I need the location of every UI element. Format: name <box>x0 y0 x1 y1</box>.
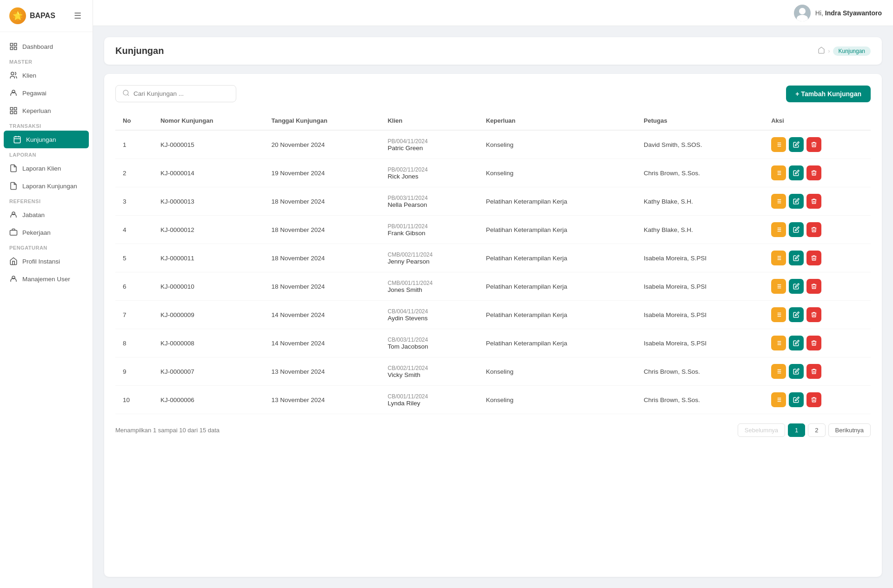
detail-button[interactable] <box>771 137 786 152</box>
edit-button[interactable] <box>789 165 804 180</box>
cell-klien: PB/003/11/2024 Nella Pearson <box>380 187 478 216</box>
client-name: Aydin Stevens <box>387 315 471 322</box>
detail-button[interactable] <box>771 222 786 237</box>
search-box[interactable] <box>115 85 236 102</box>
svg-rect-3 <box>14 47 17 50</box>
delete-button[interactable] <box>806 194 821 209</box>
detail-button[interactable] <box>771 194 786 209</box>
delete-button[interactable] <box>806 392 821 407</box>
cell-keperluan: Pelatihan Keterampilan Kerja <box>479 329 636 357</box>
top-header: Hi, Indra Styawantoro <box>93 0 893 26</box>
client-name: Frank Gibson <box>387 230 471 237</box>
cell-no: 6 <box>115 272 153 301</box>
next-page-button[interactable]: Berikutnya <box>828 423 871 437</box>
cell-klien: CB/003/11/2024 Tom Jacobson <box>380 329 478 357</box>
edit-button[interactable] <box>789 364 804 379</box>
delete-button[interactable] <box>806 307 821 322</box>
cell-keperluan: Pelatihan Keterampilan Kerja <box>479 244 636 272</box>
add-kunjungan-button[interactable]: + Tambah Kunjungan <box>786 86 871 102</box>
sidebar-item-profil-instansi[interactable]: Profil Instansi <box>0 252 93 270</box>
page-1-button[interactable]: 1 <box>788 423 805 437</box>
kunjungan-icon <box>13 135 21 144</box>
cell-tanggal: 13 November 2024 <box>264 386 380 414</box>
sidebar-item-dashboard[interactable]: Dashboard <box>0 38 93 55</box>
edit-button[interactable] <box>789 137 804 152</box>
delete-button[interactable] <box>806 251 821 265</box>
detail-button[interactable] <box>771 392 786 407</box>
pagination-bar: Menampilkan 1 sampai 10 dari 15 data Seb… <box>115 423 871 437</box>
hamburger-button[interactable]: ☰ <box>72 9 83 23</box>
detail-button[interactable] <box>771 336 786 350</box>
cell-keperluan: Pelatihan Keterampilan Kerja <box>479 272 636 301</box>
sidebar-item-laporan-kunjungan[interactable]: Laporan Kunjungan <box>0 177 93 195</box>
cell-tanggal: 14 November 2024 <box>264 329 380 357</box>
client-code: CB/001/11/2024 <box>387 393 471 400</box>
cell-aksi <box>764 130 871 159</box>
sidebar-item-pekerjaan[interactable]: Pekerjaan <box>0 224 93 241</box>
action-buttons <box>771 165 863 180</box>
search-input[interactable] <box>133 90 229 97</box>
sidebar-item-jabatan[interactable]: Jabatan <box>0 206 93 224</box>
logo-text: BAPAS <box>30 12 55 20</box>
breadcrumb-separator: › <box>828 47 830 54</box>
action-buttons <box>771 392 863 407</box>
cell-petugas: Isabela Moreira, S.PSI <box>636 301 764 329</box>
cell-tanggal: 14 November 2024 <box>264 301 380 329</box>
cell-aksi <box>764 244 871 272</box>
laporan-kunjungan-icon <box>9 182 18 190</box>
jabatan-icon <box>9 211 18 219</box>
detail-button[interactable] <box>771 364 786 379</box>
edit-button[interactable] <box>789 279 804 294</box>
svg-rect-10 <box>14 137 20 143</box>
cell-tanggal: 18 November 2024 <box>264 216 380 244</box>
manajemen-user-icon <box>9 275 18 283</box>
sidebar-logo: 🌟 BAPAS ☰ <box>0 0 93 32</box>
edit-button[interactable] <box>789 194 804 209</box>
cell-klien: CMB/001/11/2024 Jones Smith <box>380 272 478 301</box>
sidebar-item-manajemen-user[interactable]: Manajemen User <box>0 270 93 288</box>
user-greeting: Hi, Indra Styawantoro <box>815 9 882 17</box>
edit-button[interactable] <box>789 392 804 407</box>
edit-button[interactable] <box>789 251 804 265</box>
delete-button[interactable] <box>806 165 821 180</box>
detail-button[interactable] <box>771 165 786 180</box>
sidebar-item-keperluan[interactable]: Keperluan <box>0 102 93 119</box>
page-2-button[interactable]: 2 <box>808 423 825 437</box>
cell-no: 9 <box>115 357 153 386</box>
delete-button[interactable] <box>806 222 821 237</box>
sidebar-item-kunjungan[interactable]: Kunjungan <box>4 131 89 148</box>
svg-line-21 <box>127 94 129 96</box>
sidebar-item-laporan-klien[interactable]: Laporan Klien <box>0 159 93 177</box>
sidebar-item-pegawai[interactable]: Pegawai <box>0 84 93 102</box>
action-buttons <box>771 251 863 265</box>
cell-tanggal: 13 November 2024 <box>264 357 380 386</box>
edit-button[interactable] <box>789 307 804 322</box>
svg-rect-1 <box>14 43 17 46</box>
detail-button[interactable] <box>771 307 786 322</box>
detail-button[interactable] <box>771 251 786 265</box>
delete-button[interactable] <box>806 279 821 294</box>
breadcrumb-current: Kunjungan <box>833 46 871 56</box>
col-tanggal: Tanggal Kunjungan <box>264 112 380 130</box>
action-buttons <box>771 307 863 322</box>
delete-button[interactable] <box>806 336 821 350</box>
cell-tanggal: 18 November 2024 <box>264 244 380 272</box>
action-buttons <box>771 336 863 350</box>
edit-button[interactable] <box>789 336 804 350</box>
svg-rect-7 <box>14 107 17 110</box>
edit-button[interactable] <box>789 222 804 237</box>
delete-button[interactable] <box>806 364 821 379</box>
main-card: + Tambah Kunjungan No Nomor Kunjungan Ta… <box>104 74 882 577</box>
cell-klien: PB/001/11/2024 Frank Gibson <box>380 216 478 244</box>
detail-button[interactable] <box>771 279 786 294</box>
client-code: PB/003/11/2024 <box>387 195 471 201</box>
prev-page-button[interactable]: Sebelumnya <box>738 423 785 437</box>
cell-keperluan: Konseling <box>479 386 636 414</box>
nav-section-transaksi: TRANSAKSI <box>0 119 93 131</box>
nav-section-pengaturan: PENGATURAN <box>0 241 93 252</box>
sidebar-item-klien[interactable]: Klien <box>0 66 93 84</box>
client-name: Tom Jacobson <box>387 343 471 350</box>
cell-aksi <box>764 301 871 329</box>
delete-button[interactable] <box>806 137 821 152</box>
cell-klien: CB/004/11/2024 Aydin Stevens <box>380 301 478 329</box>
